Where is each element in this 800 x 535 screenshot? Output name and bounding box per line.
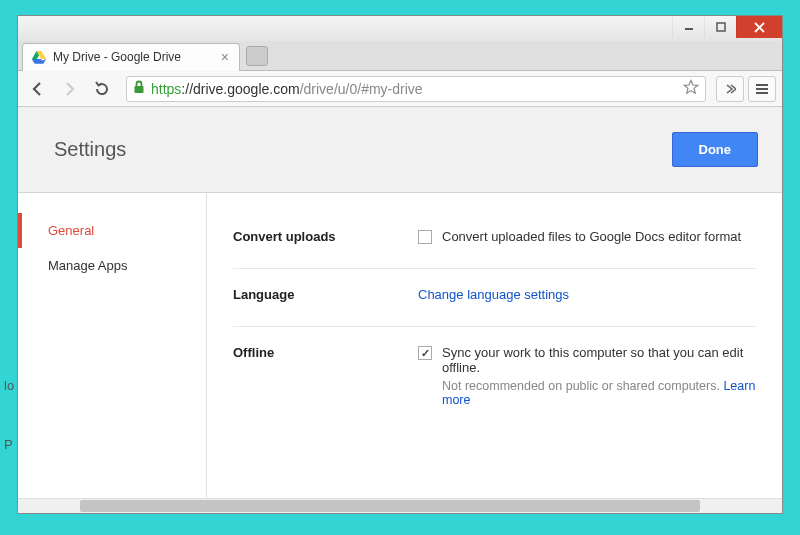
titlebar	[18, 16, 782, 41]
minimize-icon	[684, 22, 694, 32]
page-content: Settings Done General Manage Apps Conver…	[18, 107, 782, 513]
scrollbar-thumb[interactable]	[80, 500, 700, 512]
setting-convert-uploads: Convert uploads Convert uploaded files t…	[233, 211, 756, 269]
setting-label: Offline	[233, 345, 418, 360]
settings-panel: Convert uploads Convert uploaded files t…	[207, 193, 782, 498]
change-language-link[interactable]: Change language settings	[418, 287, 569, 302]
extensions-overflow-button[interactable]	[716, 76, 744, 102]
svg-marker-7	[32, 59, 44, 64]
setting-language: Language Change language settings	[233, 269, 756, 327]
chevron-right-icon	[724, 83, 736, 95]
reload-icon	[93, 80, 111, 98]
url-text: https://drive.google.com/drive/u/0/#my-d…	[151, 81, 677, 97]
toolbar: https://drive.google.com/drive/u/0/#my-d…	[18, 71, 782, 107]
setting-offline: Offline Sync your work to this computer …	[233, 327, 756, 431]
done-button[interactable]: Done	[672, 132, 759, 167]
close-button[interactable]	[736, 16, 782, 38]
lock-icon	[133, 80, 145, 98]
setting-label: Convert uploads	[233, 229, 418, 244]
settings-title: Settings	[54, 138, 126, 161]
settings-body: General Manage Apps Convert uploads Conv…	[18, 193, 782, 498]
close-icon	[754, 22, 765, 33]
drive-favicon	[31, 49, 47, 65]
svg-rect-8	[135, 86, 144, 93]
offline-sync-checkbox[interactable]	[418, 346, 432, 360]
svg-rect-1	[717, 23, 725, 31]
horizontal-scrollbar[interactable]	[18, 498, 782, 513]
settings-nav: General Manage Apps	[18, 193, 207, 498]
forward-button[interactable]	[56, 75, 84, 103]
tab-my-drive[interactable]: My Drive - Google Drive ×	[22, 43, 240, 71]
bg-fragment: P	[4, 437, 13, 452]
convert-uploads-checkbox[interactable]	[418, 230, 432, 244]
minimize-button[interactable]	[672, 16, 704, 38]
bookmark-star-icon[interactable]	[683, 79, 699, 99]
hamburger-icon	[755, 83, 769, 95]
convert-uploads-text: Convert uploaded files to Google Docs ed…	[442, 229, 741, 244]
back-button[interactable]	[24, 75, 52, 103]
bg-fragment: lo	[4, 378, 14, 393]
setting-label: Language	[233, 287, 418, 302]
maximize-icon	[716, 22, 726, 32]
chrome-menu-button[interactable]	[748, 76, 776, 102]
reload-button[interactable]	[88, 75, 116, 103]
tab-title: My Drive - Google Drive	[53, 50, 213, 64]
settings-header: Settings Done	[18, 107, 782, 193]
browser-window: My Drive - Google Drive × https://drive.…	[17, 15, 783, 514]
new-tab-button[interactable]	[246, 46, 268, 66]
forward-arrow-icon	[61, 80, 79, 98]
offline-sync-text: Sync your work to this computer so that …	[442, 345, 756, 375]
back-arrow-icon	[29, 80, 47, 98]
nav-item-manage-apps[interactable]: Manage Apps	[18, 248, 206, 283]
tab-close-icon[interactable]: ×	[219, 49, 231, 65]
tab-bar: My Drive - Google Drive ×	[18, 41, 782, 71]
nav-item-general[interactable]: General	[18, 213, 206, 248]
svg-marker-9	[684, 80, 698, 93]
offline-hint: Not recommended on public or shared comp…	[442, 379, 756, 407]
address-bar[interactable]: https://drive.google.com/drive/u/0/#my-d…	[126, 76, 706, 102]
maximize-button[interactable]	[704, 16, 736, 38]
